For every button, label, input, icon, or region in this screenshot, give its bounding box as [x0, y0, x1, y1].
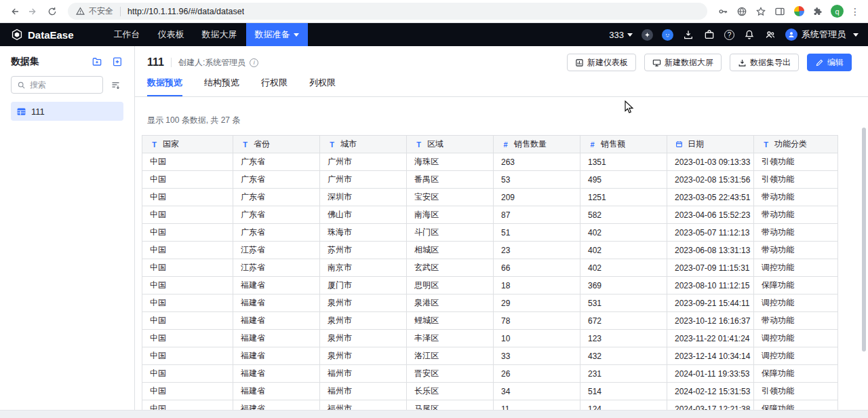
table-cell: 514 — [580, 383, 667, 400]
table-cell: 福建省 — [233, 383, 320, 400]
download-client-icon[interactable] — [682, 28, 694, 41]
table-cell: 369 — [580, 277, 667, 294]
copilot-icon[interactable] — [642, 29, 653, 41]
template-market-icon[interactable] — [703, 28, 715, 41]
table-cell: 江苏省 — [233, 259, 320, 277]
table-cell: 相城区 — [407, 242, 494, 259]
translate-icon[interactable] — [736, 5, 748, 18]
action-button-1[interactable]: 新建数据大屏 — [644, 54, 722, 71]
table-cell: 582 — [580, 206, 667, 224]
bookmark-star-icon[interactable] — [755, 5, 767, 18]
table-cell: 广东省 — [233, 171, 320, 189]
column-header-label: 功能分类 — [774, 138, 807, 150]
table-cell: 34 — [494, 383, 580, 400]
column-header-label: 省份 — [254, 138, 270, 150]
column-header-label: 区域 — [427, 138, 443, 150]
table-cell: 2024-01-11 19:33:53 — [667, 365, 754, 383]
table-cell: 佛山市 — [320, 206, 407, 224]
tab-1[interactable]: 结构预览 — [204, 77, 239, 96]
table-cell: 78 — [494, 312, 580, 330]
help-icon[interactable]: ? — [724, 30, 734, 40]
text-type-icon: T — [414, 140, 423, 149]
extension-colorful-icon[interactable] — [793, 5, 805, 18]
table-cell: 晋安区 — [407, 365, 494, 383]
table-cell: 1351 — [580, 153, 667, 171]
table-cell: 洛江区 — [407, 347, 494, 365]
table-cell: 中国 — [142, 277, 233, 294]
browser-menu-icon[interactable]: ⋮ — [850, 6, 860, 17]
tab-0[interactable]: 数据预览 — [147, 77, 182, 96]
password-key-icon[interactable] — [717, 5, 729, 18]
dataease-logo-icon — [11, 28, 23, 41]
action-button-0[interactable]: 新建仪表板 — [567, 54, 636, 71]
table-cell: 泉港区 — [407, 294, 494, 312]
column-header-0: T国家 — [142, 136, 233, 153]
table-cell: 广东省 — [233, 206, 320, 224]
info-icon[interactable]: i — [250, 58, 258, 67]
screen-icon — [652, 58, 661, 67]
browser-toolbar: 不安全 http://10.1.11.96/#/data/dataset q ⋮ — [0, 0, 868, 23]
action-button-label: 数据集导出 — [750, 57, 791, 69]
edit-icon — [815, 58, 824, 67]
nav-item-3[interactable]: 数据准备 — [246, 23, 308, 46]
org-switcher[interactable]: 333 — [609, 30, 633, 40]
tab-3[interactable]: 列权限 — [309, 77, 336, 96]
security-label[interactable]: 不安全 — [89, 5, 113, 17]
action-button-2[interactable]: 数据集导出 — [730, 54, 799, 71]
extensions-puzzle-icon[interactable] — [812, 5, 824, 18]
side-panel-icon[interactable] — [774, 5, 786, 18]
column-header-5: #销售额 — [580, 136, 667, 153]
search-input-wrap — [11, 76, 103, 94]
table-cell: 调控功能 — [754, 330, 838, 347]
table-cell: 中国 — [142, 330, 233, 347]
table-cell: 引领功能 — [754, 171, 838, 189]
tab-2[interactable]: 行权限 — [261, 77, 288, 96]
url-text[interactable]: http://10.1.11.96/#/data/dataset — [127, 7, 244, 16]
dataset-header: 111 创建人:系统管理员 i 新建仪表板新建数据大屏数据集导出编辑 数据预览结… — [135, 46, 868, 97]
dashboard-icon — [575, 58, 584, 67]
bottom-strip — [0, 410, 868, 418]
table-row: 中国广东省广州市海珠区26313512023-01-03 09:13:33引领功… — [142, 153, 838, 171]
not-secure-warning-icon — [76, 7, 85, 16]
table-cell: 泉州市 — [320, 347, 407, 365]
org-users-icon[interactable] — [764, 28, 776, 41]
table-cell: 2023-05-07 11:12:13 — [667, 224, 754, 242]
user-menu[interactable]: 系统管理员 — [785, 28, 859, 41]
text-type-icon: T — [328, 140, 336, 149]
table-row: 中国广东省深圳市宝安区20912512023-03-05 22:43:51带动功… — [142, 189, 838, 206]
nav-item-1[interactable]: 仪表板 — [149, 23, 193, 46]
table-row: 中国福建省泉州市丰泽区101232023-11-22 01:41:24调控功能 — [142, 330, 838, 347]
text-type-icon: T — [150, 140, 159, 149]
table-cell: 中国 — [142, 400, 233, 411]
table-cell: 87 — [494, 206, 580, 224]
dataset-tree-item[interactable]: 111 — [11, 102, 123, 121]
browser-profile-avatar[interactable]: q — [831, 5, 844, 18]
back-icon[interactable] — [5, 3, 23, 20]
vertical-scrollbar[interactable] — [862, 128, 866, 352]
new-folder-icon[interactable] — [91, 56, 103, 68]
table-cell: 带动功能 — [754, 224, 838, 242]
screen: 不安全 http://10.1.11.96/#/data/dataset q ⋮ — [0, 0, 868, 418]
number-type-icon: # — [501, 140, 510, 149]
notification-bell-icon[interactable] — [743, 28, 755, 41]
table-cell: 鲤城区 — [407, 312, 494, 330]
action-button-label: 新建数据大屏 — [665, 57, 713, 69]
new-dataset-icon[interactable] — [111, 56, 123, 68]
table-cell: 2024-02-12 15:31:53 — [667, 383, 754, 400]
brand-logo[interactable]: DataEase — [11, 28, 74, 41]
action-button-3[interactable]: 编辑 — [807, 54, 852, 71]
table-cell: 带动功能 — [754, 312, 838, 330]
table-cell: 66 — [494, 259, 580, 277]
page-title: 111 — [147, 56, 164, 69]
table-cell: 2023-04-06 15:52:23 — [667, 206, 754, 224]
nav-item-2[interactable]: 数据大屏 — [193, 23, 246, 46]
nav-item-0[interactable]: 工作台 — [105, 23, 149, 46]
table-cell: 南京市 — [320, 259, 407, 277]
refresh-icon[interactable] — [43, 3, 61, 20]
forward-icon[interactable] — [24, 3, 42, 20]
table-cell: 中国 — [142, 294, 233, 312]
address-bar[interactable]: 不安全 http://10.1.11.96/#/data/dataset — [68, 3, 707, 20]
sort-icon[interactable] — [107, 77, 123, 93]
ai-assistant-icon[interactable] — [662, 29, 673, 41]
table-header-row: T国家T省份T城市T区域#销售数量#销售额日期T功能分类 — [142, 136, 838, 153]
